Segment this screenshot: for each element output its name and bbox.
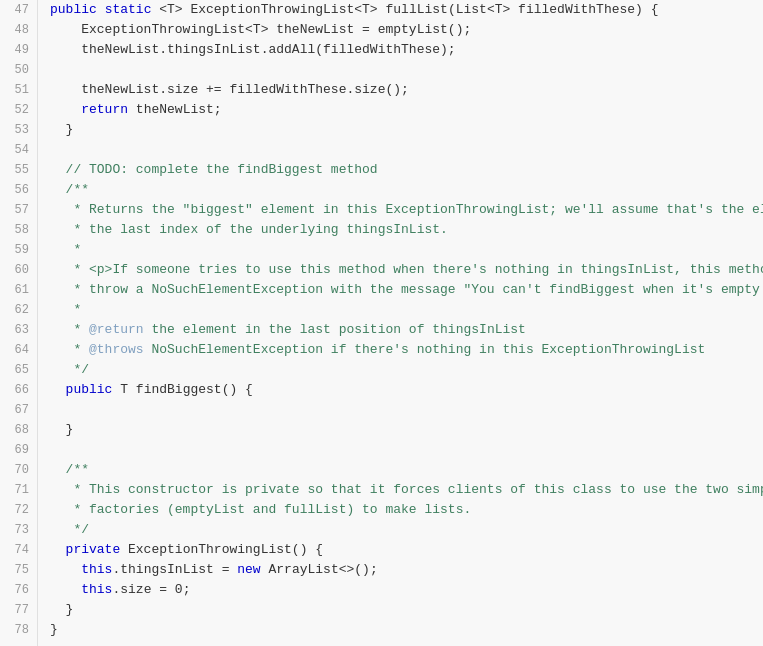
line-number: 61: [8, 280, 29, 300]
line-number: 55: [8, 160, 29, 180]
code-line: [50, 140, 763, 160]
code-line: public T findBiggest() {: [50, 380, 763, 400]
line-number: 65: [8, 360, 29, 380]
code-line: *: [50, 300, 763, 320]
line-number: 77: [8, 600, 29, 620]
code-editor: 4748495051525354555657585960616263646566…: [0, 0, 763, 646]
code-line: [50, 60, 763, 80]
line-number: 62: [8, 300, 29, 320]
code-line: */: [50, 520, 763, 540]
code-line: }: [50, 620, 763, 640]
code-line: * @return the element in the last positi…: [50, 320, 763, 340]
code-line: *: [50, 240, 763, 260]
line-number: 47: [8, 0, 29, 20]
line-number: 49: [8, 40, 29, 60]
line-number: 53: [8, 120, 29, 140]
code-line: theNewList.size += filledWithThese.size(…: [50, 80, 763, 100]
code-line: * This constructor is private so that it…: [50, 480, 763, 500]
line-number: 74: [8, 540, 29, 560]
code-line: /**: [50, 180, 763, 200]
code-line: }: [50, 420, 763, 440]
line-number: 51: [8, 80, 29, 100]
line-number: 52: [8, 100, 29, 120]
line-number: 78: [8, 620, 29, 640]
code-line: * factories (emptyList and fullList) to …: [50, 500, 763, 520]
code-line: private ExceptionThrowingList() {: [50, 540, 763, 560]
code-line: */: [50, 360, 763, 380]
code-line: [50, 440, 763, 460]
line-number: 54: [8, 140, 29, 160]
line-number: 64: [8, 340, 29, 360]
line-number: 76: [8, 580, 29, 600]
code-line: return theNewList;: [50, 100, 763, 120]
code-line: [50, 400, 763, 420]
line-number: 57: [8, 200, 29, 220]
code-line: public static <T> ExceptionThrowingList<…: [50, 0, 763, 20]
line-number: 72: [8, 500, 29, 520]
line-number: 56: [8, 180, 29, 200]
line-number: 73: [8, 520, 29, 540]
line-number: 63: [8, 320, 29, 340]
line-number: 60: [8, 260, 29, 280]
line-number: 75: [8, 560, 29, 580]
code-line: * <p>If someone tries to use this method…: [50, 260, 763, 280]
line-number: 58: [8, 220, 29, 240]
code-line: theNewList.thingsInList.addAll(filledWit…: [50, 40, 763, 60]
line-number: 50: [8, 60, 29, 80]
code-content[interactable]: public static <T> ExceptionThrowingList<…: [38, 0, 763, 646]
code-line: this.size = 0;: [50, 580, 763, 600]
line-number: 48: [8, 20, 29, 40]
code-line: // TODO: complete the findBiggest method: [50, 160, 763, 180]
line-number: 67: [8, 400, 29, 420]
code-line: * Returns the "biggest" element in this …: [50, 200, 763, 220]
line-number: 59: [8, 240, 29, 260]
line-number: 66: [8, 380, 29, 400]
line-number: 69: [8, 440, 29, 460]
code-line: * the last index of the underlying thing…: [50, 220, 763, 240]
code-line: this.thingsInList = new ArrayList<>();: [50, 560, 763, 580]
code-line: }: [50, 600, 763, 620]
code-line: * @throws NoSuchElementException if ther…: [50, 340, 763, 360]
line-number: 70: [8, 460, 29, 480]
line-numbers: 4748495051525354555657585960616263646566…: [0, 0, 38, 646]
line-number: 68: [8, 420, 29, 440]
line-number: 71: [8, 480, 29, 500]
code-line: ExceptionThrowingList<T> theNewList = em…: [50, 20, 763, 40]
code-line: /**: [50, 460, 763, 480]
code-line: * throw a NoSuchElementException with th…: [50, 280, 763, 300]
code-line: }: [50, 120, 763, 140]
